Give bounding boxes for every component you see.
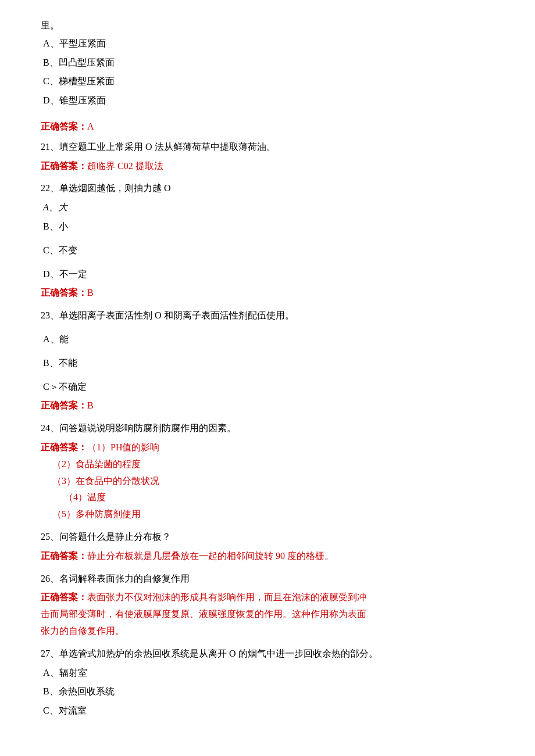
q22-option-c: C、不变 [41,242,494,259]
q23-text: 23、单选阳离子表面活性剂 O 和阴离子表面活性剂配伍使用。 [41,307,494,324]
option-a: A、平型压紧面 [41,35,494,52]
q25-answer-value: 静止分布板就是几层叠放在一起的相邻间旋转 90 度的格栅。 [87,551,334,561]
q26-answer-line1: 表面张力不仅对泡沫的形成具有影响作用，而且在泡沫的液膜受到冲 [87,592,366,602]
q20-answer-label: 正确答案： [41,121,87,131]
q25-text: 25、问答题什么是静止分布板？ [41,529,494,546]
option-b: B、凹凸型压紧面 [41,55,494,71]
q21-block: 21、填空题工业上常采用 O 法从鲜薄荷草中提取薄荷油。 正确答案：超临界 C0… [41,139,494,175]
q22-text: 22、单选烟囱越低，则抽力越 O [41,180,494,197]
q20-answer-value: A [87,121,94,131]
q22-answer-value: B [87,288,94,298]
q24-text: 24、问答题说说明影响防腐剂防腐作用的因素。 [41,420,494,437]
q23-option-c: C＞不确定 [41,379,494,396]
q26-text: 26、名词解释表面张力的自修复作用 [41,571,494,587]
q20-options: A、平型压紧面 B、凹凸型压紧面 C、梯槽型压紧面 D、锥型压紧面 [41,35,494,109]
q24-answer-item-3: （3）在食品中的分散状况 [41,473,494,490]
q22-option-b: B、小 [41,218,494,235]
q25-block: 25、问答题什么是静止分布板？ 正确答案：静止分布板就是几层叠放在一起的相邻间旋… [41,529,494,565]
q23-option-a: A、能 [41,331,494,348]
q21-answer-label: 正确答案： [41,161,87,171]
q24-block: 24、问答题说说明影响防腐剂防腐作用的因素。 正确答案：（1）PH值的影响 （2… [41,420,494,523]
q27-option-b: B、余热回收系统 [41,683,494,700]
intro-line: 里。 [41,17,494,34]
q26-answer-label: 正确答案： [41,592,87,602]
q26-answer: 正确答案：表面张力不仅对泡沫的形成具有影响作用，而且在泡沫的液膜受到冲 击而局部… [41,589,494,639]
q21-answer-value: 超临界 C02 提取法 [87,161,163,171]
q24-answer-item-2: （2）食品染菌的程度 [41,456,494,473]
q23-answer-value: B [87,400,94,410]
q24-answer: 正确答案：（1）PH值的影响 （2）食品染菌的程度 （3）在食品中的分散状况 （… [41,439,494,523]
page-content: 里。 A、平型压紧面 B、凹凸型压紧面 C、梯槽型压紧面 D、锥型压紧面 正确答… [41,17,494,719]
q25-answer-label: 正确答案： [41,551,87,561]
q21-text: 21、填空题工业上常采用 O 法从鲜薄荷草中提取薄荷油。 [41,139,494,156]
q25-answer: 正确答案：静止分布板就是几层叠放在一起的相邻间旋转 90 度的格栅。 [41,548,494,565]
option-c: C、梯槽型压紧面 [41,73,494,90]
q22-option-d: D、不一定 [41,266,494,283]
q26-answer-line3: 张力的自修复作用。 [41,623,494,640]
q27-option-a: A、辐射室 [41,665,494,682]
q23-option-b: B、不能 [41,355,494,372]
q22-answer-label: 正确答案： [41,288,87,298]
q26-answer-line2: 击而局部变薄时，有使液膜厚度复原、液膜强度恢复的作用。这种作用称为表面 [41,606,494,623]
q26-block: 26、名词解释表面张力的自修复作用 正确答案：表面张力不仅对泡沫的形成具有影响作… [41,571,494,640]
q24-answer-item-5: （5）多种防腐剂使用 [41,506,494,523]
q27-block: 27、单选管式加热炉的余热回收系统是从离开 O 的烟气中进一步回收余热的部分。 … [41,646,494,719]
q24-answer-intro: （1）PH值的影响 [87,442,159,452]
q22-option-a: A、大 [41,199,494,216]
option-d: D、锥型压紧面 [41,92,494,109]
q27-text: 27、单选管式加热炉的余热回收系统是从离开 O 的烟气中进一步回收余热的部分。 [41,646,494,662]
q23-answer: 正确答案：B [41,397,494,414]
q27-option-c: C、对流室 [41,703,494,719]
q22-answer: 正确答案：B [41,285,494,302]
q23-block: 23、单选阳离子表面活性剂 O 和阴离子表面活性剂配伍使用。 A、能 B、不能 … [41,307,494,414]
q23-answer-label: 正确答案： [41,400,87,410]
q24-answer-label: 正确答案： [41,442,87,452]
q22-block: 22、单选烟囱越低，则抽力越 O A、大 B、小 C、不变 D、不一定 正确答案… [41,180,494,302]
q20-answer: 正确答案：A [41,119,494,135]
q21-answer: 正确答案：超临界 C02 提取法 [41,158,494,175]
q24-answer-item-4: （4）温度 [41,489,494,506]
